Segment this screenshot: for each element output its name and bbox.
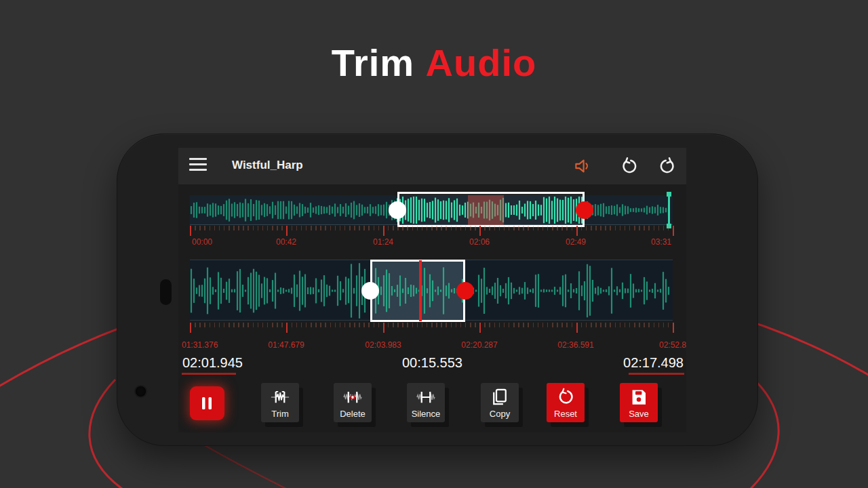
phone-speaker <box>160 279 172 305</box>
selection-end-handle[interactable] <box>576 201 593 219</box>
timeline-label: 02:36.591 <box>557 340 593 350</box>
silence-waveform-icon <box>416 387 436 407</box>
phone-camera <box>136 386 146 396</box>
page: Trim Audio Wistful_Harp <box>0 0 868 488</box>
delete-button-label: Delete <box>334 409 372 419</box>
start-time-underline <box>182 373 236 375</box>
page-title-red: Audio <box>426 41 537 84</box>
timeline-label: 02:52.8 <box>659 340 686 350</box>
timeline-label: 02:06 <box>469 237 490 247</box>
timeline-label: 02:49 <box>566 237 586 247</box>
pause-icon <box>199 395 215 411</box>
pause-button[interactable] <box>190 386 224 420</box>
redo-icon[interactable] <box>657 156 677 176</box>
copy-icon <box>490 387 510 407</box>
trim-waveform-icon <box>270 387 290 407</box>
silence-button[interactable]: Silence <box>407 383 445 422</box>
timeline-label: 00:00 <box>192 237 212 247</box>
timeline-label: 01:31.376 <box>182 340 218 350</box>
selection-end-time: 02:17.498 <box>623 355 684 371</box>
volume-icon[interactable] <box>573 156 593 176</box>
zoom-waveform-panel[interactable] <box>190 260 673 321</box>
delete-button[interactable]: Delete <box>334 383 372 422</box>
selection-duration: 00:15.553 <box>178 355 686 371</box>
file-name-title: Wistful_Harp <box>232 159 303 172</box>
timeline-label: 01:24 <box>373 237 393 247</box>
silence-button-label: Silence <box>407 409 445 419</box>
selection-start-handle[interactable] <box>389 201 406 219</box>
full-selection-box[interactable] <box>397 192 585 227</box>
copy-button-label: Copy <box>481 409 519 419</box>
timeline-label: 03:31 <box>651 237 671 247</box>
timeline-label: 02:20.287 <box>461 340 497 350</box>
timeline-label: 01:47.679 <box>268 340 304 350</box>
trim-button[interactable]: Trim <box>261 383 299 422</box>
selection-times-row: 02:01.945 00:15.553 02:17.498 <box>178 355 686 374</box>
save-button[interactable]: Save <box>620 383 658 422</box>
reset-button[interactable]: Reset <box>547 383 585 422</box>
save-button-label: Save <box>620 409 658 419</box>
zoom-timeline-ticks <box>190 323 673 335</box>
copy-button[interactable]: Copy <box>481 383 519 422</box>
undo-icon[interactable] <box>619 156 639 176</box>
save-icon <box>629 387 649 407</box>
playhead[interactable] <box>419 260 422 321</box>
zoom-selection-start-handle[interactable] <box>361 282 379 300</box>
zoom-waveform <box>190 260 673 320</box>
zoom-selection-end-handle[interactable] <box>456 282 474 300</box>
trim-button-label: Trim <box>261 409 299 419</box>
page-title-white: Trim <box>332 41 414 84</box>
view-end-marker[interactable] <box>668 194 670 226</box>
app-screen: Wistful_Harp 00:00 00:42 01:24 02: <box>178 148 686 432</box>
page-title: Trim Audio <box>0 41 868 85</box>
menu-icon[interactable] <box>189 158 207 174</box>
timeline-label: 02:03.983 <box>365 340 401 350</box>
end-time-underline <box>629 373 684 375</box>
full-waveform-panel[interactable] <box>190 195 673 225</box>
full-timeline-labels: 00:00 00:42 01:24 02:06 02:49 03:31 <box>190 237 673 247</box>
app-header: Wistful_Harp <box>178 148 686 184</box>
timeline-label: 00:42 <box>276 237 296 247</box>
full-timeline-ticks <box>190 226 673 238</box>
reset-icon <box>555 387 576 407</box>
delete-waveform-icon <box>342 387 363 407</box>
zoom-timeline-labels: 01:31.376 01:47.679 02:03.983 02:20.287 … <box>190 340 673 350</box>
reset-button-label: Reset <box>547 409 585 419</box>
